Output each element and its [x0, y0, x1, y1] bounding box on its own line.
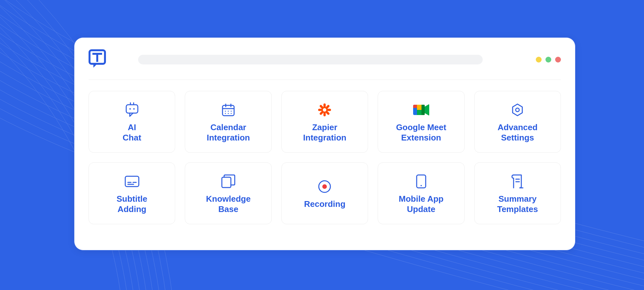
svg-rect-23 [222, 177, 231, 188]
app-logo-icon [89, 49, 106, 70]
card-subtitle-adding[interactable]: Subtitle Adding [89, 162, 175, 224]
ai-chat-icon [124, 101, 140, 119]
knowledge-base-icon [221, 172, 236, 190]
google-meet-icon [413, 101, 429, 119]
window-controls [536, 57, 561, 63]
svg-point-7 [231, 111, 232, 111]
header-divider [89, 80, 561, 80]
svg-rect-14 [326, 109, 331, 111]
card-recording[interactable]: Recording [281, 162, 368, 224]
svg-rect-22 [125, 176, 139, 187]
card-label: AI Chat [123, 122, 141, 143]
svg-point-21 [516, 108, 519, 111]
card-google-meet-extension[interactable]: Google Meet Extension [378, 91, 464, 153]
card-label: Summary Templates [497, 194, 538, 215]
svg-rect-4 [223, 105, 234, 116]
svg-point-3 [133, 108, 134, 109]
mobile-app-icon [416, 172, 427, 190]
card-label: Advanced Settings [497, 122, 537, 143]
card-label: Google Meet Extension [396, 122, 446, 143]
svg-point-8 [225, 113, 226, 114]
svg-rect-13 [318, 109, 323, 111]
app-window: AI Chat Calendar Integration [74, 37, 575, 250]
svg-rect-12 [324, 111, 326, 116]
window-maximize-button[interactable] [545, 57, 551, 63]
card-label: Mobile App Update [399, 194, 443, 215]
calendar-icon [221, 101, 235, 119]
card-label: Recording [304, 199, 346, 209]
window-close-button[interactable] [555, 57, 561, 63]
svg-point-25 [322, 184, 327, 189]
window-minimize-button[interactable] [536, 57, 542, 63]
search-input[interactable] [138, 55, 483, 64]
card-label: Zapier Integration [303, 122, 346, 143]
feature-card-grid: AI Chat Calendar Integration [89, 91, 561, 224]
svg-rect-11 [324, 103, 326, 108]
svg-rect-19 [417, 105, 421, 110]
card-zapier-integration[interactable]: Zapier Integration [281, 91, 368, 153]
card-advanced-settings[interactable]: Advanced Settings [474, 91, 561, 153]
settings-gear-icon [510, 101, 525, 119]
card-mobile-app-update[interactable]: Mobile App Update [378, 162, 464, 224]
card-calendar-integration[interactable]: Calendar Integration [185, 91, 271, 153]
card-ai-chat[interactable]: AI Chat [89, 91, 175, 153]
window-header [89, 49, 561, 70]
svg-point-6 [228, 111, 229, 111]
svg-rect-20 [417, 110, 421, 115]
recording-icon [317, 178, 332, 196]
svg-point-9 [228, 113, 229, 114]
subtitle-icon [124, 172, 140, 190]
card-label: Calendar Integration [207, 122, 250, 143]
svg-point-10 [231, 113, 232, 114]
zapier-icon [317, 101, 332, 119]
summary-templates-icon [511, 172, 524, 190]
svg-point-5 [225, 111, 226, 111]
card-label: Knowledge Base [206, 194, 251, 215]
card-summary-templates[interactable]: Summary Templates [474, 162, 561, 224]
card-label: Subtitle Adding [117, 194, 147, 215]
svg-point-2 [129, 108, 130, 109]
svg-point-27 [421, 185, 422, 186]
card-knowledge-base[interactable]: Knowledge Base [185, 162, 271, 224]
svg-rect-1 [126, 105, 138, 113]
